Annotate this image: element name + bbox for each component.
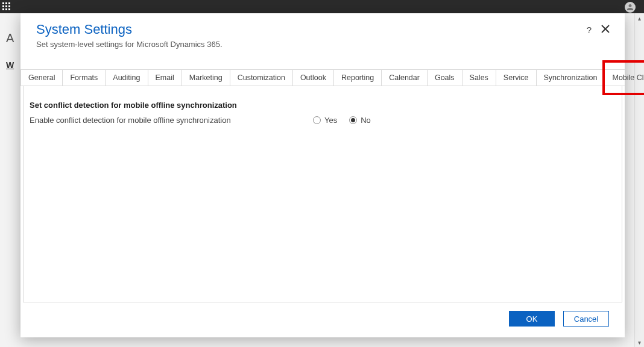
tab-marketing[interactable]: Marketing (182, 70, 230, 86)
background-topbar (0, 0, 644, 13)
tab-reporting[interactable]: Reporting (334, 70, 382, 86)
scroll-down-icon[interactable]: ▾ (635, 337, 644, 347)
radio-no[interactable]: No (349, 116, 371, 125)
ok-button[interactable]: OK (509, 311, 555, 327)
tab-content: Set conflict detection for mobile offlin… (23, 86, 622, 302)
tab-formats[interactable]: Formats (63, 70, 106, 86)
dialog-footer: OK Cancel (21, 302, 625, 337)
tab-mobile-client[interactable]: Mobile Client (605, 70, 644, 86)
tab-customization[interactable]: Customization (230, 70, 293, 86)
tab-goals[interactable]: Goals (428, 70, 462, 86)
background-scrollbar[interactable]: ▴ ▾ (634, 13, 644, 347)
cancel-button[interactable]: Cancel (563, 311, 609, 327)
tabstrip: General Formats Auditing Email Marketing… (21, 69, 625, 86)
tab-email[interactable]: Email (148, 70, 182, 86)
dialog-title: System Settings (36, 22, 609, 37)
tab-sales[interactable]: Sales (462, 70, 496, 86)
close-icon[interactable] (599, 23, 611, 35)
radio-group-conflict-detection: Yes No (313, 116, 371, 125)
background-partial-underline: W (6, 60, 14, 70)
background-partial-text: A (6, 31, 14, 45)
section-title: Set conflict detection for mobile offlin… (30, 101, 616, 110)
tab-auditing[interactable]: Auditing (106, 70, 148, 86)
radio-yes-label: Yes (324, 116, 337, 125)
radio-yes[interactable]: Yes (313, 116, 337, 125)
dialog-header: System Settings Set system-level setting… (21, 13, 625, 54)
tab-outlook[interactable]: Outlook (293, 70, 334, 86)
app-launcher-icon (2, 2, 12, 12)
help-icon[interactable]: ? (584, 24, 595, 35)
tab-calendar[interactable]: Calendar (382, 70, 428, 86)
tab-service[interactable]: Service (496, 70, 537, 86)
field-label: Enable conflict detection for mobile off… (30, 116, 313, 125)
tab-synchronization[interactable]: Synchronization (537, 70, 605, 86)
radio-circle-icon (313, 116, 321, 124)
field-row-conflict-detection: Enable conflict detection for mobile off… (30, 116, 616, 125)
dialog-subtitle: Set system-level settings for Microsoft … (36, 40, 609, 49)
tab-general[interactable]: General (21, 70, 63, 86)
radio-no-label: No (361, 116, 371, 125)
user-avatar-icon (625, 2, 636, 13)
scroll-up-icon[interactable]: ▴ (635, 13, 644, 23)
radio-circle-icon (349, 116, 357, 124)
system-settings-dialog: System Settings Set system-level setting… (21, 13, 625, 337)
